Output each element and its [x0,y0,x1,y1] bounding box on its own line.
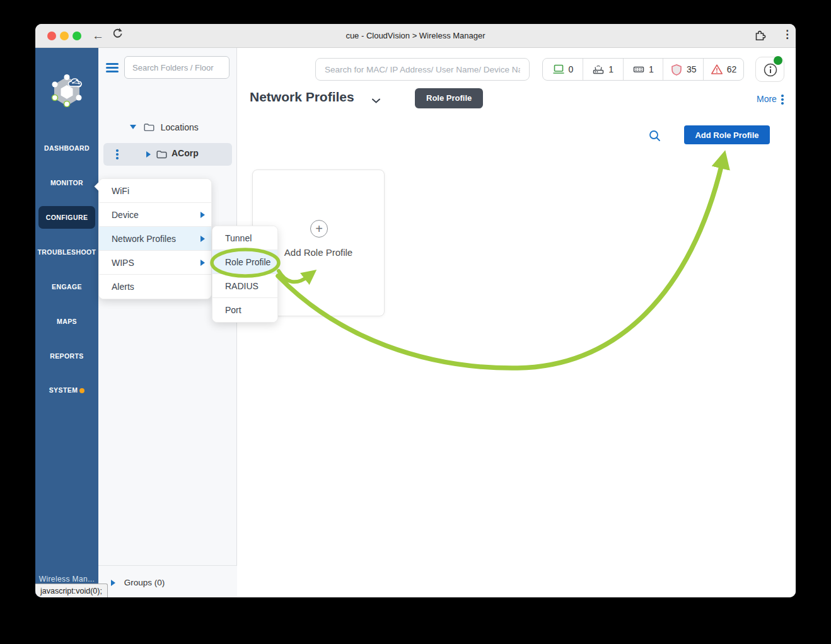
page-title-bar-text: cue - CloudVision > Wireless Manager [35,24,796,48]
sidebar-item-monitor[interactable]: MONITOR [35,176,98,189]
sidebar-item-system[interactable]: SYSTEM [35,384,98,396]
more-link[interactable]: More [757,94,777,104]
menu-item-device[interactable]: Device [99,203,211,227]
status-security[interactable]: 35 [663,59,704,80]
menu-item-label: WIPS [112,258,134,268]
menu-item-label: Port [225,305,241,315]
menu-item-network-profiles[interactable]: Network Profiles [99,227,211,251]
sidebar-item-reports[interactable]: REPORTS [35,350,98,362]
menu-item-label: Device [112,210,139,220]
collapse-panel-hamburger-icon[interactable] [106,63,119,72]
menu-item-label: RADIUS [225,281,259,291]
chevron-right-icon[interactable] [146,151,151,158]
status-clients[interactable]: 0 [543,59,583,80]
menu-item-label: Role Profile [225,257,270,267]
info-icon [763,62,778,78]
app-sidebar: DASHBOARD MONITOR CONFIGURE TROUBLESHOOT… [35,48,98,597]
network-profiles-submenu: Tunnel Role Profile RADIUS Port [212,226,278,323]
plus-circle-icon: + [310,220,328,238]
menu-item-label: Network Profiles [112,234,176,244]
configure-context-menu: WiFi Device Network Profiles WIPS Alerts [98,178,212,299]
status-count: 0 [569,64,574,74]
sidebar-item-configure[interactable]: CONFIGURE [38,206,95,229]
browser-titlebar: ← cue - CloudVision > Wireless Manager ⋮ [35,24,796,48]
add-role-profile-button[interactable]: Add Role Profile [684,125,770,144]
submenu-item-radius[interactable]: RADIUS [212,274,277,298]
browser-window: ← cue - CloudVision > Wireless Manager ⋮ [35,24,796,597]
status-count: 62 [727,64,737,74]
menu-item-wifi[interactable]: WiFi [99,179,211,203]
status-count: 35 [687,64,697,74]
system-status-dot [79,388,84,393]
access-point-icon [592,64,605,75]
menu-item-label: WiFi [112,186,129,196]
role-profile-tab-chip[interactable]: Role Profile [415,88,483,108]
menu-item-alerts[interactable]: Alerts [99,275,211,299]
submenu-arrow-icon [200,260,205,266]
tree-node-locations[interactable]: Locations [130,120,199,135]
submenu-item-role-profile[interactable]: Role Profile [212,250,277,274]
laptop-icon [552,64,565,75]
chevron-down-icon[interactable] [130,125,136,129]
sidebar-item-engage[interactable]: ENGAGE [35,280,98,293]
tree-node-label: Locations [161,122,199,132]
page-title: Network Profiles [250,89,354,105]
sidebar-item-maps[interactable]: MAPS [35,315,98,328]
cloudvision-logo-icon [50,74,84,107]
title-chevron-down-icon[interactable] [371,98,381,104]
shield-icon [670,64,683,76]
submenu-item-tunnel[interactable]: Tunnel [212,226,277,250]
folder-icon [144,123,154,132]
sidebar-item-system-label: SYSTEM [49,386,78,394]
submenu-item-port[interactable]: Port [212,298,277,322]
switch-icon [632,64,645,75]
folder-icon [156,150,167,159]
extensions-icon[interactable] [753,29,767,43]
node-options-kebab-icon[interactable] [116,149,119,159]
link-status-tooltip: javascript:void(0); [35,584,108,597]
submenu-arrow-icon [200,212,205,218]
status-switches[interactable]: 1 [624,59,664,80]
search-icon[interactable] [648,129,663,144]
groups-toggle[interactable]: Groups (0) [111,575,165,591]
status-count: 1 [649,64,654,74]
submenu-arrow-icon [200,236,205,242]
menu-item-wips[interactable]: WIPS [99,251,211,275]
chevron-right-icon[interactable] [111,580,115,586]
notification-dot [774,56,782,65]
status-alerts[interactable]: 62 [704,59,743,80]
status-access-points[interactable]: 1 [583,59,624,80]
groups-label: Groups (0) [124,578,165,587]
browser-menu-kebab-icon[interactable]: ⋮ [782,28,793,41]
warning-triangle-icon [711,64,723,75]
tree-node-label: ACorp [171,148,199,158]
menu-item-label: Tunnel [225,233,252,243]
global-search-input[interactable] [315,58,530,81]
more-kebab-icon[interactable] [781,95,784,105]
sidebar-item-dashboard[interactable]: DASHBOARD [35,142,98,154]
menu-item-label: Alerts [112,282,134,292]
folder-search-input[interactable] [124,56,230,79]
tree-node-acorp-selected-row[interactable]: ACorp [103,143,232,166]
sidebar-item-troubleshoot[interactable]: TROUBLESHOOT [35,246,98,258]
status-count: 1 [608,64,613,74]
info-button[interactable] [755,57,784,82]
device-status-summary: 0 1 1 35 [542,58,744,81]
